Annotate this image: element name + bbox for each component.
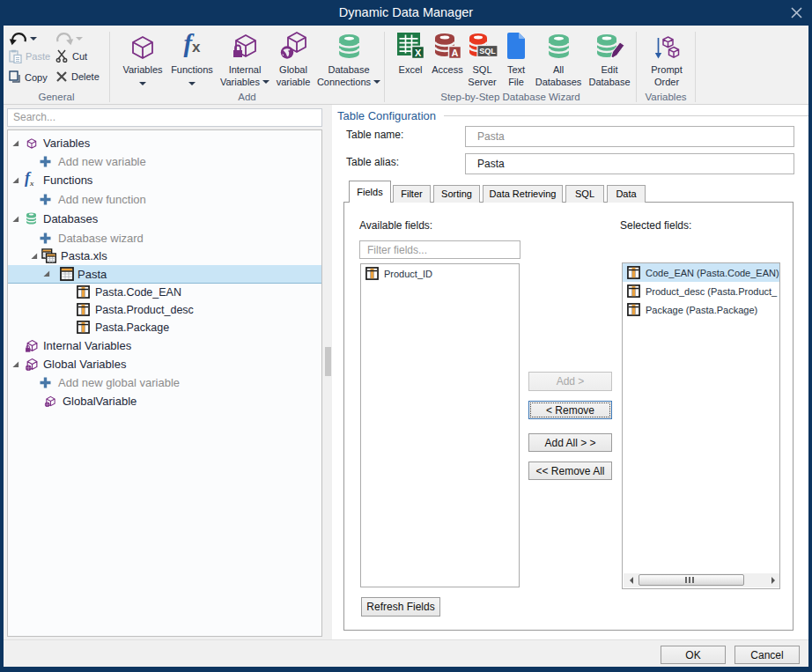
- svg-text:SQL: SQL: [479, 47, 496, 55]
- svg-text:A: A: [451, 48, 458, 58]
- svg-text:X: X: [414, 48, 421, 58]
